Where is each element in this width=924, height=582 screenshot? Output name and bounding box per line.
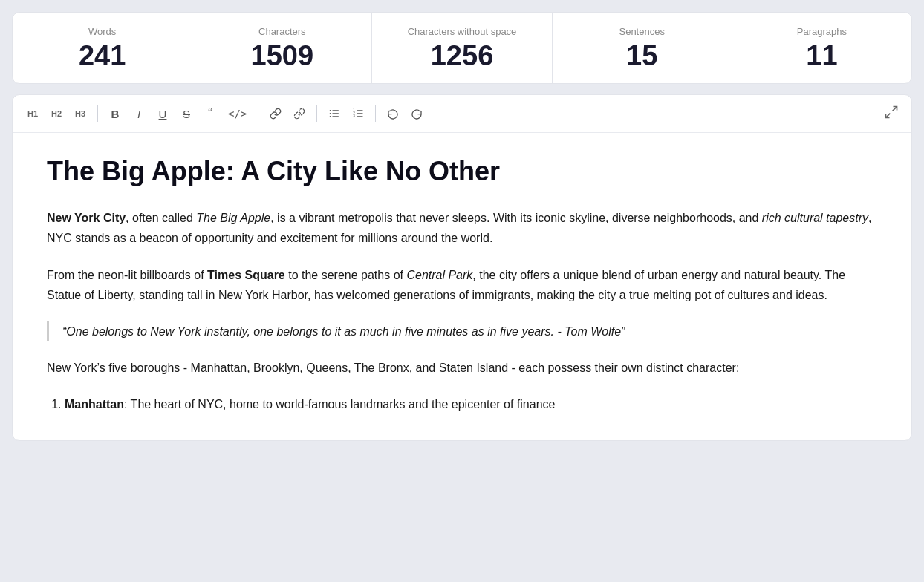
svg-line-12 xyxy=(893,107,897,111)
heading-group: H1 H2 H3 xyxy=(22,102,91,125)
ordered-list-button[interactable]: 1.2.3. xyxy=(347,102,369,125)
chars-no-space-value: 1256 xyxy=(387,42,536,70)
paragraph-1: New York City, often called The Big Appl… xyxy=(47,208,877,248)
divider-4 xyxy=(375,105,376,122)
underline-button[interactable]: U xyxy=(152,102,174,125)
stat-chars-no-space: Characters without space 1256 xyxy=(372,13,552,83)
words-label: Words xyxy=(27,26,177,37)
list-group: 1.2.3. xyxy=(323,102,369,125)
link-group xyxy=(264,102,310,125)
sentences-label: Sentences xyxy=(567,26,717,37)
svg-line-13 xyxy=(886,114,891,118)
history-group xyxy=(382,102,428,125)
stat-characters: Characters 1509 xyxy=(192,13,372,83)
h1-button[interactable]: H1 xyxy=(22,102,44,125)
boroughs-list: Manhattan: The heart of NYC, home to wor… xyxy=(47,394,877,414)
bullet-list-button[interactable] xyxy=(323,102,345,125)
characters-value: 1509 xyxy=(207,42,357,70)
quote-text: “One belongs to New York instantly, one … xyxy=(62,321,877,341)
manhattan-text: : The heart of NYC, home to world-famous… xyxy=(124,398,555,411)
stat-words: Words 241 xyxy=(13,13,192,83)
words-value: 241 xyxy=(27,42,177,70)
svg-point-4 xyxy=(330,113,331,114)
redo-icon xyxy=(411,108,423,120)
characters-label: Characters xyxy=(207,26,357,37)
svg-point-5 xyxy=(330,116,331,117)
editor-container: H1 H2 H3 B I U S “ </> xyxy=(12,94,912,441)
divider-3 xyxy=(316,105,317,122)
sentences-value: 15 xyxy=(567,42,717,70)
undo-icon xyxy=(387,108,399,120)
divider-2 xyxy=(258,105,258,122)
link-button[interactable] xyxy=(264,102,287,125)
redo-button[interactable] xyxy=(406,102,428,125)
toolbar: H1 H2 H3 B I U S “ </> xyxy=(13,95,911,133)
svg-text:3.: 3. xyxy=(354,114,357,118)
stat-sentences: Sentences 15 xyxy=(553,13,732,83)
blockquote-button[interactable]: “ xyxy=(199,102,221,125)
list-item-manhattan: Manhattan: The heart of NYC, home to wor… xyxy=(65,394,877,414)
link-icon xyxy=(270,108,282,120)
strikethrough-button[interactable]: S xyxy=(175,102,198,125)
italic-button[interactable]: I xyxy=(128,102,150,125)
manhattan-label: Manhattan xyxy=(65,398,124,411)
article-title: The Big Apple: A City Like No Other xyxy=(47,155,877,187)
h3-button[interactable]: H3 xyxy=(69,102,91,125)
paragraph-3: New York’s five boroughs - Manhattan, Br… xyxy=(47,358,877,378)
paragraph-2: From the neon-lit billboards of Times Sq… xyxy=(47,265,877,305)
h2-button[interactable]: H2 xyxy=(45,102,68,125)
bold-button[interactable]: B xyxy=(104,102,126,125)
paragraphs-label: Paragraphs xyxy=(747,26,897,37)
expand-button[interactable] xyxy=(880,101,902,126)
format-group: B I U S “ </> xyxy=(104,102,252,125)
chars-no-space-label: Characters without space xyxy=(387,26,536,37)
stat-paragraphs: Paragraphs 11 xyxy=(732,13,911,83)
blockquote: “One belongs to New York instantly, one … xyxy=(47,321,877,341)
editor-content[interactable]: The Big Apple: A City Like No Other New … xyxy=(13,133,911,440)
code-button[interactable]: </> xyxy=(223,102,252,125)
undo-button[interactable] xyxy=(382,102,404,125)
ordered-list-icon: 1.2.3. xyxy=(352,108,364,120)
stats-bar: Words 241 Characters 1509 Characters wit… xyxy=(12,12,912,84)
svg-point-3 xyxy=(330,110,331,111)
bullet-list-icon xyxy=(328,108,340,120)
paragraphs-value: 11 xyxy=(747,42,897,70)
expand-icon xyxy=(884,105,899,120)
divider-1 xyxy=(97,105,98,122)
unlink-button[interactable] xyxy=(288,102,310,125)
unlink-icon xyxy=(293,108,305,120)
